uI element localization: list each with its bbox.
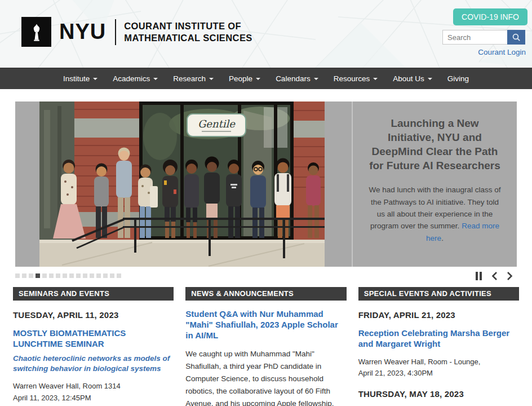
news-article-1-summary: We caught up with Muhammad "Mahi" Shafiu…: [185, 348, 346, 406]
carousel-dot-10[interactable]: [76, 273, 81, 278]
institute-name-line1: COURANT INSTITUTE OF: [124, 20, 252, 32]
special-events-column: SPECIAL EVENTS AND ACTIVITIES FRIDAY, AP…: [358, 287, 519, 406]
special-events-header: SPECIAL EVENTS AND ACTIVITIES: [358, 287, 519, 301]
seminar-location: Warren Weaver Hall, Room 1314: [13, 381, 174, 392]
news-column: NEWS & ANNOUNCEMENTS Student Q&A with Nu…: [185, 287, 346, 406]
seminar-title-link[interactable]: MOSTLY BIOMATHEMATICS LUNCHTIME SEMINAR: [13, 328, 174, 350]
search-bar: [442, 30, 525, 45]
chevron-down-icon: [314, 78, 318, 80]
carousel-dot-9[interactable]: [69, 273, 74, 278]
hero-carousel: Gentile: [15, 102, 517, 267]
chevron-down-icon: [153, 78, 158, 80]
carousel-dot-14[interactable]: [103, 273, 108, 278]
search-icon: [512, 33, 521, 42]
courant-login-link[interactable]: Courant Login: [478, 48, 526, 56]
logo[interactable]: NYU COURANT INSTITUTE OF MATHEMATICAL SC…: [21, 17, 252, 47]
carousel-caption-title: Launching a New Initiative, NYU and Deep…: [366, 116, 503, 173]
special-event-1-datetime: April 21, 2023, 4:30PM: [358, 368, 519, 379]
institute-name-line2: MATHEMATICAL SCIENCES: [124, 32, 252, 43]
covid-info-button[interactable]: COVID-19 INFO: [453, 8, 527, 25]
special-event-1-link[interactable]: Reception Celebrating Marsha Berger and …: [358, 328, 519, 350]
carousel-dot-1[interactable]: [15, 273, 20, 278]
carousel-dot-4[interactable]: [36, 273, 40, 278]
content-columns: SEMINARS AND EVENTS TUESDAY, APRIL 11, 2…: [13, 287, 519, 406]
special-event-1-date: FRIDAY, APRIL 21, 2023: [358, 310, 519, 320]
seminar-details: Warren Weaver Hall, Room 1314 April 11, …: [13, 381, 174, 406]
carousel-dot-7[interactable]: [56, 273, 60, 278]
carousel-caption: Launching a New Initiative, NYU and Deep…: [353, 102, 517, 267]
site-header: NYU COURANT INSTITUTE OF MATHEMATICAL SC…: [0, 0, 532, 68]
search-button[interactable]: [507, 30, 525, 45]
news-header: NEWS & ANNOUNCEMENTS: [185, 287, 346, 301]
carousel-dot-15[interactable]: [110, 273, 114, 278]
chevron-down-icon: [428, 78, 432, 80]
carousel-dots: [15, 273, 121, 278]
carousel-dot-3[interactable]: [29, 273, 33, 278]
carousel-dot-12[interactable]: [90, 273, 94, 278]
nav-item-giving[interactable]: Giving: [447, 74, 469, 83]
nav-item-people[interactable]: People: [229, 74, 260, 83]
main-nav: Institute Academics Research People Cale…: [0, 68, 532, 89]
chevron-down-icon: [373, 78, 378, 80]
nav-item-about-us[interactable]: About Us: [393, 74, 432, 83]
chevron-down-icon: [209, 78, 214, 80]
carousel-dot-11[interactable]: [83, 273, 87, 278]
carousel-dot-13[interactable]: [96, 273, 101, 278]
special-event-1-details: Warren Weaver Hall, Room - Lounge, April…: [358, 356, 519, 380]
news-article-1-link[interactable]: Student Q&A with Nur Muhammad "Mahi" Sha…: [185, 309, 346, 341]
nyu-torch-icon: [21, 17, 51, 47]
chevron-down-icon: [93, 78, 97, 80]
nav-item-institute[interactable]: Institute: [63, 74, 97, 83]
storefront-sign-text: Gentile: [198, 118, 236, 130]
search-input[interactable]: [442, 30, 507, 45]
logo-divider: [115, 19, 116, 45]
carousel-controls-bar: [15, 270, 517, 281]
seminars-date: TUESDAY, APRIL 11, 2023: [13, 310, 174, 320]
carousel-photo: Gentile: [39, 102, 325, 267]
carousel-nav-controls: [476, 271, 513, 281]
seminar-datetime: April 11, 2023, 12:45PM: [13, 392, 174, 404]
seminars-header: SEMINARS AND EVENTS: [13, 287, 174, 301]
nav-item-academics[interactable]: Academics: [113, 74, 158, 83]
next-slide-icon[interactable]: [507, 271, 513, 281]
nav-item-resources[interactable]: Resources: [334, 74, 378, 83]
carousel-dot-5[interactable]: [42, 273, 47, 278]
carousel-caption-body: We had lunch with the inaugral class of …: [366, 184, 503, 244]
nav-item-research[interactable]: Research: [173, 74, 214, 83]
carousel-dot-6[interactable]: [49, 273, 54, 278]
chevron-down-icon: [256, 78, 260, 80]
pause-icon[interactable]: [476, 272, 482, 280]
previous-slide-icon[interactable]: [491, 271, 498, 281]
seminars-column: SEMINARS AND EVENTS TUESDAY, APRIL 11, 2…: [13, 287, 174, 406]
carousel-dot-8[interactable]: [63, 273, 67, 278]
nyu-wordmark: NYU: [59, 20, 106, 44]
carousel-dot-16[interactable]: [117, 273, 121, 278]
nav-item-calendars[interactable]: Calendars: [276, 74, 318, 83]
seminar-subtitle-link[interactable]: Chaotic heteroclinic networks as models …: [13, 354, 174, 374]
seminar-speaker: Megan Morrison, Postdoctoral Associate, …: [13, 404, 174, 406]
carousel-dot-2[interactable]: [22, 273, 26, 278]
special-event-1-location: Warren Weaver Hall, Room - Lounge,: [358, 356, 519, 368]
institute-name: COURANT INSTITUTE OF MATHEMATICAL SCIENC…: [124, 20, 252, 43]
special-event-2-date: THURSDAY, MAY 18, 2023: [358, 389, 519, 399]
